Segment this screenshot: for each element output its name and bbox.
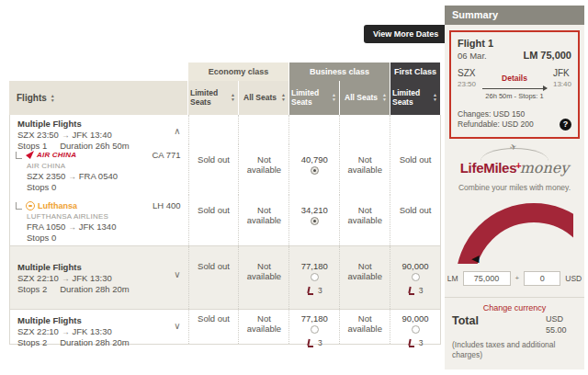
segment-connector <box>16 202 22 210</box>
bus-limited-seats-header[interactable]: Limited Seats ▲▼ <box>288 81 339 115</box>
airline-name: LUFTHANSA AIRLINES <box>10 210 188 221</box>
sort-icon[interactable]: ▲▼ <box>382 93 387 101</box>
fare-radio[interactable] <box>311 273 319 281</box>
miles-input[interactable] <box>463 271 511 286</box>
fare-radio[interactable] <box>311 325 319 334</box>
airline-name: AIR CHINA <box>10 160 188 170</box>
seats-remaining: 3 <box>390 286 440 295</box>
miles-value: 90,000 <box>390 261 440 271</box>
plus-separator: + <box>515 274 520 282</box>
chevron-up-icon[interactable]: ∧ <box>174 126 180 136</box>
sort-icon[interactable]: ▲▼ <box>281 93 286 101</box>
summary-header: Summary <box>445 6 584 25</box>
flights-header-label: Flights <box>17 93 47 103</box>
route-arrow-icon: → <box>59 327 73 336</box>
group-stops: Stops 2Duration 28h 20m <box>10 336 188 347</box>
fare-cell: Sold out <box>188 310 239 344</box>
flight-group-2: Multiple Flights SZX 22:10→JFK 13:30 Sto… <box>10 246 440 310</box>
tagline: Combine your miles with money. <box>445 183 584 192</box>
eco-all-seats-header[interactable]: All Seats ▲▼ <box>238 81 288 115</box>
seats-remaining: 3 <box>289 286 339 295</box>
sort-icon[interactable]: ▲▼ <box>332 93 336 101</box>
fare-cell: Not available <box>339 195 390 245</box>
flight-group-header[interactable]: Multiple Flights SZX 23:50→JFK 13:40 Sto… <box>10 115 440 144</box>
flight-summary-box: Flight 1 06 Mar. LM 75,000 SZX 23:50 Det… <box>449 30 580 139</box>
change-currency-link[interactable]: Change currency <box>452 303 577 312</box>
origin: SZX 23:50 <box>458 68 476 100</box>
fare-cell-miles: 90,000 3 <box>390 246 440 309</box>
segment-stops: Stops 0 <box>10 181 188 192</box>
fare-conditions: Changes: USD 150 Refundable: USD 200 ? <box>458 109 571 131</box>
lifemiles-money-logo: ✈ LifeMiles+money Combine your miles wit… <box>445 148 584 192</box>
segment-row-air-china: AIR CHINA CA 771 AIR CHINA SZX 2350→FRA … <box>10 144 440 195</box>
page: View More Dates Economy class Business c… <box>0 0 588 375</box>
flight-group-3: Multiple Flights SZX 22:10→JFK 13:30 Sto… <box>10 310 440 344</box>
fare-radio[interactable] <box>311 166 319 175</box>
route-arrow-icon: → <box>59 274 73 283</box>
fare-radio[interactable] <box>412 273 420 281</box>
flight-number: LH 400 <box>153 200 181 210</box>
lufthansa-logo-icon <box>26 201 35 210</box>
flight-date: 06 Mar. <box>458 51 487 61</box>
air-china-logo: AIR CHINA <box>26 151 152 159</box>
route-arrow <box>482 88 547 89</box>
duration-stops: 26h 50m - Stops: 1 <box>481 92 548 100</box>
summary-panel: Summary Flight 1 06 Mar. LM 75,000 SZX 2… <box>445 6 584 375</box>
seat-icon <box>408 287 414 295</box>
fare-cell: Sold out <box>188 195 239 245</box>
business-class-header: Business class <box>288 62 390 81</box>
fare-cell: Sold out <box>188 144 239 195</box>
fare-cell: Sold out <box>390 195 440 245</box>
route-arrow-icon: → <box>65 172 79 181</box>
flight-group-header[interactable]: Multiple Flights SZX 22:10→JFK 13:30 Sto… <box>10 310 440 344</box>
eco-limited-seats-header[interactable]: Limited Seats ▲▼ <box>187 81 238 115</box>
group-stops: Stops 2Duration 28h 20m <box>10 283 188 294</box>
flights-column-header: Flights ▲▼ <box>9 81 187 115</box>
plane-doodle: ✈ <box>481 148 548 161</box>
sort-flights-icon[interactable]: ▲▼ <box>51 94 55 102</box>
fare-cell: Not available <box>238 195 288 245</box>
fare-cell: Not available <box>339 246 390 309</box>
group-title: Multiple Flights <box>10 312 188 325</box>
fare-cell: Not available <box>339 144 390 195</box>
route-arrow-icon: → <box>59 131 73 140</box>
miles-value: 77,180 <box>289 313 339 324</box>
fare-radio[interactable] <box>412 325 420 334</box>
flight-label: Flight 1 <box>458 38 571 49</box>
miles-value: 77,180 <box>289 261 339 271</box>
miles-value: 34,210 <box>289 205 339 215</box>
economy-class-header: Economy class <box>187 62 288 81</box>
segment-connector <box>16 152 22 159</box>
seat-icon <box>408 339 414 347</box>
segment-row-lufthansa: Lufthansa LH 400 LUFTHANSA AIRLINES FRA … <box>10 195 440 245</box>
group-title: Multiple Flights <box>10 258 188 272</box>
view-more-dates-button[interactable]: View More Dates <box>364 25 447 43</box>
fare-cell-miles: 77,180 3 <box>288 246 339 309</box>
fare-cell: Sold out <box>390 144 440 195</box>
fare-cell: Not available <box>339 310 390 344</box>
chevron-down-icon[interactable]: ∨ <box>174 321 180 331</box>
segment-stops: Stops 0 <box>10 232 188 243</box>
fare-cell-miles: 34,210 <box>288 195 339 245</box>
money-input[interactable] <box>524 271 560 286</box>
sort-icon[interactable]: ▲▼ <box>231 93 235 101</box>
miles-value: 90,000 <box>390 313 440 324</box>
help-icon[interactable]: ? <box>560 119 571 131</box>
air-china-logo-icon <box>26 151 34 159</box>
fare-radio[interactable] <box>311 217 319 225</box>
class-header-row: Economy class Business class First Class <box>187 62 441 81</box>
plane-icon: ✈ <box>509 142 518 153</box>
destination: JFK 13:40 <box>553 68 571 100</box>
details-link[interactable]: Details <box>502 74 527 83</box>
segment-route: SZX 2350→FRA 0540 <box>10 170 188 181</box>
column-header-row: Flights ▲▼ Limited Seats ▲▼ All Seats ▲▼… <box>9 81 441 115</box>
flight-group-header[interactable]: Multiple Flights SZX 22:10→JFK 13:30 Sto… <box>10 246 440 309</box>
first-class-header: First Class <box>390 62 440 81</box>
sort-icon[interactable]: ▲▼ <box>433 93 437 101</box>
chevron-down-icon[interactable]: ∨ <box>174 269 180 279</box>
first-limited-seats-header[interactable]: Limited Seats ▲▼ <box>390 81 440 115</box>
bus-all-seats-header[interactable]: All Seats ▲▼ <box>339 81 390 115</box>
fare-cell: Not available <box>238 246 288 309</box>
usd-label: USD <box>565 274 582 283</box>
gauge-slider-handle[interactable]: ◀ <box>471 253 479 265</box>
